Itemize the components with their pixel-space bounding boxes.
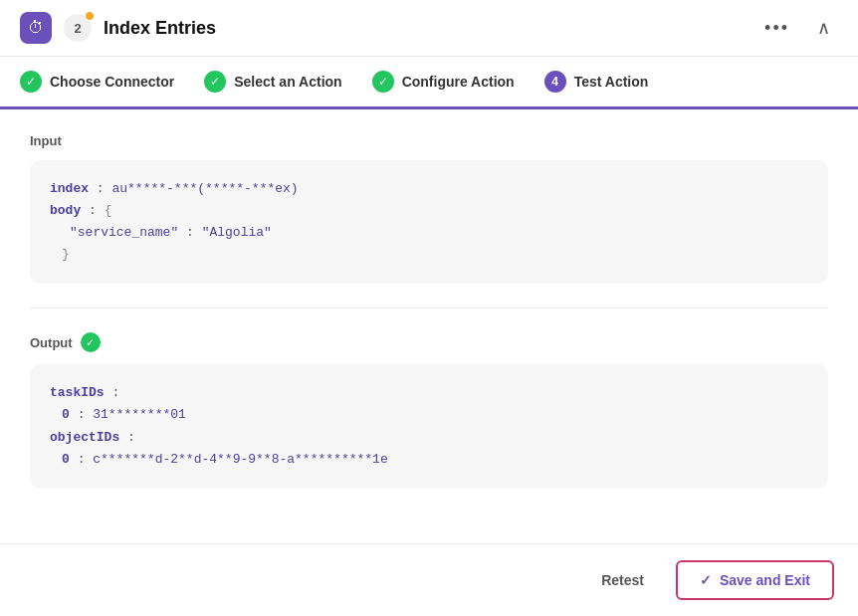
header-left: ⏱ 2 Index Entries: [20, 12, 216, 44]
page-footer: Retest ✓ Save and Exit: [0, 543, 858, 616]
steps-navigation: ✓ Choose Connector ✓ Select an Action ✓ …: [0, 57, 858, 109]
save-exit-button[interactable]: ✓ Save and Exit: [676, 560, 834, 600]
body-close: }: [62, 247, 70, 262]
output-code-block: taskIDs : 0 : 31********01 objectIDs : 0…: [30, 364, 828, 488]
input-code-block: index : au*****-***(*****-***ex) body : …: [30, 160, 828, 284]
service-name-colon: :: [186, 225, 194, 240]
step-label-configure-action: Configure Action: [402, 74, 515, 90]
input-body-line: body : {: [50, 200, 808, 222]
input-section-label: Input: [30, 133, 828, 148]
step-check-icon: ✓: [372, 71, 394, 93]
step-number: 4: [544, 71, 566, 93]
main-content: Input index : au*****-***(*****-***ex) b…: [0, 109, 858, 538]
step-label-test-action: Test Action: [574, 74, 649, 90]
more-options-button[interactable]: •••: [756, 14, 797, 43]
section-divider: [30, 308, 828, 308]
service-name-key: "service_name": [70, 225, 178, 240]
collapse-button[interactable]: ∧: [809, 13, 838, 43]
step-configure-action[interactable]: ✓ Configure Action: [372, 57, 535, 106]
step-label-select-action: Select an Action: [234, 74, 341, 90]
taskIDs-key: taskIDs: [50, 385, 105, 400]
zero1-value: 31********01: [93, 407, 186, 422]
input-index-line: index : au*****-***(*****-***ex): [50, 178, 808, 200]
body-key: body: [50, 203, 81, 218]
step-check-icon: ✓: [20, 71, 42, 93]
output-success-icon: ✓: [81, 332, 101, 352]
output-section-label: Output: [30, 335, 73, 350]
index-key: index: [50, 181, 89, 196]
step-label-choose-connector: Choose Connector: [50, 74, 174, 90]
step-test-action[interactable]: 4 Test Action: [544, 57, 669, 106]
app-icon: ⏱: [20, 12, 52, 44]
page-header: ⏱ 2 Index Entries ••• ∧: [0, 0, 858, 57]
input-service-name-line: "service_name" : "Algolia": [50, 222, 808, 244]
step-check-icon: ✓: [204, 71, 226, 93]
page-title: Index Entries: [104, 18, 216, 39]
zero2-value: c*******d-2**d-4**9-9**8-a**********1e: [93, 452, 387, 467]
input-body-close-line: }: [50, 244, 808, 266]
output-objectIDs-line: objectIDs :: [50, 427, 808, 449]
output-section-header: Output ✓: [30, 332, 828, 352]
notification-dot: [85, 11, 95, 21]
save-check-icon: ✓: [700, 572, 712, 588]
service-name-value: "Algolia": [202, 225, 272, 240]
body-open: {: [105, 203, 112, 218]
output-zero1-line: 0 : 31********01: [50, 404, 808, 426]
header-actions: ••• ∧: [756, 13, 838, 43]
output-zero2-line: 0 : c*******d-2**d-4**9-9**8-a**********…: [50, 449, 808, 471]
index-value: au*****-***(*****-***ex): [111, 181, 298, 196]
save-exit-label: Save and Exit: [720, 572, 810, 588]
step-badge: 2: [64, 14, 92, 42]
output-taskIDs-line: taskIDs :: [50, 382, 808, 404]
step-choose-connector[interactable]: ✓ Choose Connector: [20, 57, 194, 106]
retest-button[interactable]: Retest: [585, 564, 660, 596]
step-select-action[interactable]: ✓ Select an Action: [204, 57, 361, 106]
zero1-key: 0: [62, 407, 70, 422]
objectIDs-key: objectIDs: [50, 430, 119, 445]
zero2-key: 0: [62, 452, 70, 467]
